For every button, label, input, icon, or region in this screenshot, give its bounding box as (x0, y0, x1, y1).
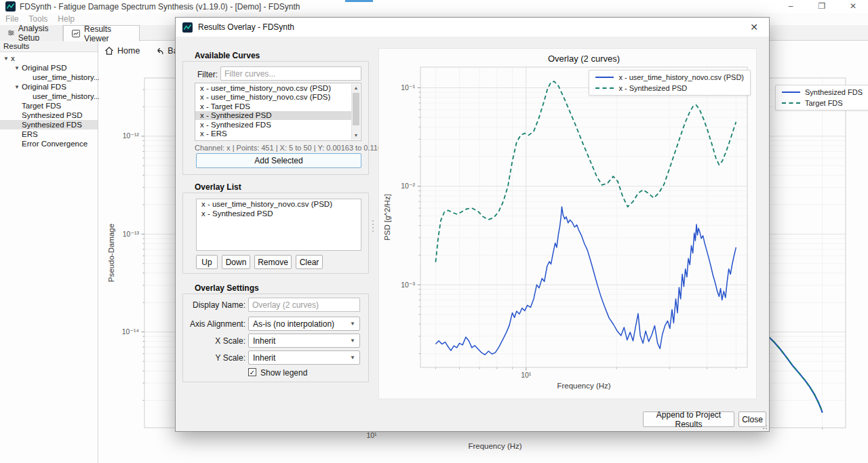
tree-item-user-time-history-[interactable]: user_time_history... (0, 73, 98, 82)
tree-item-label: user_time_history... (33, 73, 100, 81)
up-button[interactable]: Up (196, 255, 218, 269)
svg-text:Pseudo-Damage: Pseudo-Damage (107, 224, 115, 282)
tree-item-label: Original PSD (22, 64, 66, 72)
solid-line-swatch (595, 77, 614, 78)
axis-alignment-label: Axis Alignment: (181, 319, 245, 329)
tab-label: Results Viewer (84, 24, 131, 43)
scrollbar-thumb[interactable] (353, 93, 359, 125)
show-legend-label: Show legend (260, 368, 307, 378)
maximize-button[interactable]: ❐ (806, 0, 837, 13)
close-button[interactable]: ✕ (837, 0, 868, 13)
dialog-title: Results Overlay - FDSynth (198, 22, 294, 32)
x-scale-select[interactable]: Inherit ▼ (248, 334, 360, 348)
chevron-down-icon: ▼ (350, 338, 355, 344)
chevron-down-icon: ▼ (350, 321, 355, 327)
minimize-button[interactable]: – (775, 0, 806, 13)
svg-text:10⁻³: 10⁻³ (401, 281, 415, 289)
tree-item-original-fds[interactable]: ▼Original FDS (0, 82, 98, 92)
legend-entry: x - Synthesized PSD (595, 84, 744, 92)
available-curve-item[interactable]: x - Synthesized FDS (195, 120, 351, 129)
available-curve-item[interactable]: x - Synthesized PSD (195, 111, 351, 121)
overlay-list-item[interactable]: x - user_time_history_novo.csv (PSD) (197, 199, 361, 209)
axis-alignment-select[interactable]: As-is (no interpolation) ▼ (248, 317, 360, 331)
available-curve-item[interactable]: x - ERS (195, 129, 351, 139)
svg-text:10¹: 10¹ (521, 371, 532, 379)
results-sidebar: Results ▼x▼Original PSDuser_time_history… (0, 41, 98, 463)
legend-label: x - Synthesized PSD (618, 84, 687, 92)
legend-label: Target FDS (805, 99, 843, 107)
tree-item-original-psd[interactable]: ▼Original PSD (0, 63, 98, 73)
curve-info-status: Channel: x | Points: 451 | X: 5 to 50 | … (195, 144, 382, 152)
scroll-down-icon[interactable]: ▼ (352, 132, 360, 140)
tree-item-label: Error Convergence (22, 140, 87, 148)
list-scrollbar[interactable]: ▲ ▼ (351, 84, 360, 140)
panel-splitter-handle[interactable] (372, 218, 374, 234)
results-tree: ▼x▼Original PSDuser_time_history...▼Orig… (0, 52, 98, 148)
y-scale-select[interactable]: Inherit ▼ (248, 350, 360, 365)
legend-entry: x - user_time_history_novo.csv (PSD) (595, 73, 744, 81)
scroll-up-icon[interactable]: ▲ (352, 84, 360, 92)
overlay-list-item[interactable]: x - Synthesized PSD (197, 209, 361, 218)
tree-item-label: x (11, 54, 15, 62)
svg-text:10⁻¹: 10⁻¹ (401, 83, 415, 92)
clear-button[interactable]: Clear (296, 255, 323, 269)
menu-help[interactable]: Help (58, 14, 75, 24)
svg-text:Overlay (2 curves): Overlay (2 curves) (548, 54, 620, 64)
svg-text:PSD [g^2/Hz]: PSD [g^2/Hz] (383, 194, 391, 241)
overlay-chart-legend: x - user_time_history_novo.csv (PSD) x -… (589, 70, 751, 96)
x-scale-label: X Scale: (188, 336, 245, 346)
axis-alignment-value: As-is (no interpolation) (253, 319, 334, 329)
tree-item-user-time-history-[interactable]: user_time_history... (0, 92, 98, 101)
overlay-chart-card: 10¹10⁻¹10⁻²10⁻³Overlay (2 curves)Frequen… (378, 48, 757, 399)
legend-entry: Synthesized FDS (782, 88, 863, 96)
append-to-project-results-button[interactable]: Append to Project Results (643, 411, 734, 427)
dialog-close-button[interactable]: ✕ (739, 18, 769, 37)
y-scale-label: Y Scale: (188, 353, 245, 363)
svg-text:Frequency (Hz): Frequency (Hz) (557, 382, 610, 390)
available-curve-item[interactable]: x - user_time_history_novo.csv (PSD) (195, 83, 351, 93)
sidebar-header: Results (0, 41, 98, 52)
tree-item-x[interactable]: ▼x (0, 54, 98, 63)
available-curve-item[interactable]: x - user_time_history_novo.csv (FDS) (195, 93, 351, 102)
expander-icon[interactable]: ▼ (1, 56, 11, 62)
overlay-settings-heading: Overlay Settings (195, 283, 259, 293)
show-legend-checkbox[interactable]: ✓ (248, 368, 256, 376)
tree-item-synthesized-psd[interactable]: Synthesized PSD (0, 110, 98, 120)
legend-label: x - user_time_history_novo.csv (PSD) (618, 73, 744, 81)
x-scale-value: Inherit (253, 336, 275, 346)
tree-item-target-fds[interactable]: Target FDS (0, 101, 98, 110)
available-curve-item[interactable]: x - Target FDS (195, 102, 351, 111)
app-icon (5, 1, 16, 12)
tab-analysis-setup[interactable]: Analysis Setup (0, 25, 63, 41)
available-curves-list[interactable]: x - user_time_history_novo.csv (PSD)x - … (195, 83, 361, 141)
overlay-list[interactable]: x - user_time_history_novo.csv (PSD)x - … (196, 199, 361, 251)
tab-results-viewer[interactable]: Results Viewer (63, 25, 140, 41)
available-curves-heading: Available Curves (195, 51, 260, 60)
remove-button[interactable]: Remove (254, 255, 292, 269)
add-selected-button[interactable]: Add Selected (196, 153, 361, 168)
dashed-line-swatch (782, 102, 800, 104)
tree-item-error-convergence[interactable]: Error Convergence (0, 139, 98, 148)
menu-tools[interactable]: Tools (28, 14, 47, 24)
menu-file[interactable]: File (5, 14, 18, 24)
tree-item-label: Original FDS (22, 83, 66, 91)
fds-chart-legend: Synthesized FDS Target FDS (775, 85, 868, 110)
accent-strip (345, 0, 373, 2)
tree-item-ers[interactable]: ERS (0, 129, 98, 139)
filter-input[interactable] (220, 66, 361, 81)
down-button[interactable]: Down (222, 255, 250, 269)
solid-line-swatch (782, 92, 800, 93)
expander-icon[interactable]: ▼ (12, 84, 22, 90)
chevron-down-icon: ▼ (350, 355, 355, 361)
display-name-label: Display Name: (188, 300, 245, 310)
expander-icon[interactable]: ▼ (12, 65, 22, 71)
display-name-input[interactable] (248, 298, 360, 312)
dialog-title-bar: Results Overlay - FDSynth ✕ (176, 18, 769, 37)
overlay-chart: 10¹10⁻¹10⁻²10⁻³Overlay (2 curves)Frequen… (379, 49, 756, 399)
app-window: FDSynth - Fatigue Damage Spectrum Synthe… (0, 0, 868, 463)
resize-grip[interactable] (762, 424, 767, 429)
window-title: FDSynth - Fatigue Damage Spectrum Synthe… (20, 2, 300, 12)
tree-item-label: user_time_history... (33, 92, 100, 100)
tree-item-synthesized-fds[interactable]: Synthesized FDS (0, 120, 98, 129)
overlay-list-heading: Overlay List (195, 182, 241, 192)
